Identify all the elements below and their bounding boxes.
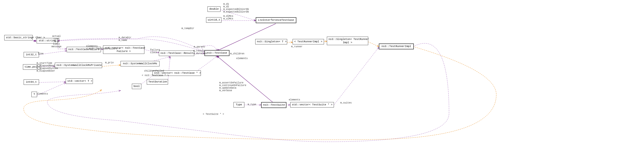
node-uint16-t: uint16_t [206, 17, 222, 23]
node-std-vector-testcasefailure: std::vector< ns3::TestCaseFailure > [103, 45, 144, 54]
node-std-basic-string: std::basic_string< Char > [4, 35, 32, 40]
label-m-priv: m_priv [105, 62, 114, 64]
svg-line-24 [220, 10, 256, 20]
label-elements-T: elements [37, 92, 48, 95]
svg-line-20 [334, 47, 379, 105]
svg-line-23 [368, 42, 379, 46]
label-m-datadir-name: m_dataDirm_name [119, 36, 132, 42]
svg-line-26 [217, 24, 276, 51]
label-m-type: m_type [248, 103, 256, 106]
node-ns3-systemwallclockms: ns3::SystemWallClockMs [120, 61, 160, 66]
node-testduration: TestDuration [147, 79, 168, 84]
svg-line-5 [101, 49, 103, 50]
node-std-string: std::string [37, 38, 58, 44]
node-std-vector-testsuite-ptr: std::vector< TestSuite * > [290, 102, 334, 108]
label-failure-clock: failureclock [150, 49, 160, 54]
label-m-suites: m_suites [340, 102, 352, 104]
node-bool: bool [132, 84, 141, 89]
diagram-container: std::basic_string< Char > std::string in… [0, 0, 644, 155]
label-m-tempdir: m_tempDir [182, 27, 194, 30]
node-ns3-systemwallclockms-private: ns3::SystemWallClockMsPrivate [55, 62, 102, 68]
node-time-point: time_point [23, 64, 41, 70]
label-m-d1-d2: m_d1m_d2m_expectedDlSinrDbm_expectedUlSi… [223, 3, 249, 13]
node-ns3-testrunnerimpl: ns3::TestRunnerImpl [379, 44, 414, 50]
node-ns3-testcase: ns3::TestCase [204, 50, 230, 56]
node-std-vector-testcase-ptr: std::vector< ns3::TestCase * > [152, 70, 201, 76]
label-m-children: m_children [230, 52, 244, 55]
node-int64-t: int64_t [24, 80, 39, 85]
label-m-parent: m_parent [194, 46, 205, 48]
svg-line-15 [168, 57, 170, 82]
label-elements-testcase: elements [236, 57, 248, 60]
label-assert-fields: m_assertOnFailurem_continueOnFailurem_up… [219, 82, 246, 92]
node-ns3-testcase-result: ns3::TestCase::Result [159, 50, 194, 56]
node-testrunnerimpl-arrow: < TestRunnerImpl > [292, 39, 324, 44]
node-ns3-testsuite: ns3::TestSuite [261, 102, 286, 108]
svg-line-9 [37, 83, 66, 95]
svg-line-11 [144, 50, 159, 53]
svg-line-14 [195, 56, 218, 72]
node-type: Type [234, 102, 244, 108]
svg-line-6 [39, 51, 67, 54]
svg-line-10 [102, 65, 120, 66]
node-ns3-singleton-T: ns3::Singleton< T > [255, 39, 287, 44]
label-m-runner: m_runner [291, 45, 302, 48]
node-T: T [32, 92, 37, 97]
label-elements-testsuite: elements [289, 98, 300, 101]
svg-line-17 [217, 56, 274, 103]
arrows-svg [0, 0, 644, 155]
node-double: double [208, 6, 220, 12]
node-int32-t: int32_t [24, 52, 39, 58]
node-lte-interference-testcase: LteInterferenceTestCase [256, 17, 296, 23]
label-testsuite-ptr: < TestSuite * > [203, 113, 224, 116]
node-ns3-singleton-testrunner: ns3::Singleton< TestRunner Impl > [327, 36, 368, 45]
node-ns3-testcasefailure: ns3::TestCaseFailure [67, 47, 101, 52]
svg-line-8 [39, 82, 66, 82]
node-std-vector-T: std::vector< T > [66, 78, 93, 84]
label-m-dlmcs-ulmcs: m_dlMcsm_ulMcs [223, 15, 233, 20]
